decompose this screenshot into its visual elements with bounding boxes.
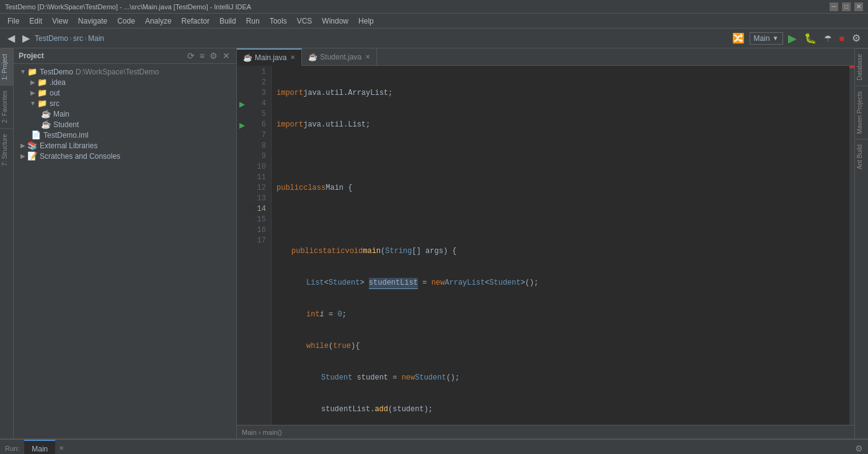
run-configuration[interactable]: Main ▼ (750, 32, 783, 45)
right-tab-maven[interactable]: Maven Projects (855, 86, 868, 139)
gutter-13 (237, 194, 247, 204)
menu-build[interactable]: Build (215, 16, 241, 27)
breadcrumb-sep1: › (69, 34, 72, 43)
tab-main-java-close[interactable]: ✕ (290, 54, 295, 61)
right-tab-ant[interactable]: Ant Build (855, 139, 868, 174)
ln-6: 6 (247, 120, 271, 130)
tree-label-student: Student (53, 120, 79, 129)
line-numbers: 1 2 3 4 5 6 7 8 9 10 11 12 13 14 15 16 1… (247, 66, 272, 425)
tree-arrow-idea: ▶ (29, 79, 37, 86)
right-tab-database[interactable]: Database (855, 48, 868, 86)
tab-main-java-label: Main.java (255, 53, 286, 62)
console-settings-btn[interactable]: ⚙ (850, 443, 868, 453)
tree-item-testdemo[interactable]: ▼ 📁 TestDemo D:\WorkSpace\TestDemo (14, 66, 236, 77)
code-line-9: while(true){ (277, 341, 844, 352)
menu-view[interactable]: View (47, 16, 73, 27)
tab-student-java-close[interactable]: ✕ (365, 53, 370, 60)
libs-icon: 📚 (27, 141, 37, 150)
tree-label-testdemo: TestDemo (40, 68, 73, 76)
close-button[interactable]: ✕ (854, 2, 863, 11)
code-line-5 (277, 215, 844, 225)
forward-button[interactable]: ▶ (20, 31, 32, 45)
panel-settings-btn[interactable]: ⚙ (208, 51, 219, 61)
folder-icon-idea: 📁 (37, 78, 47, 87)
run-gutter-6[interactable]: ▶ (239, 121, 245, 130)
tree-label-scratches: Scratches and Consoles (40, 152, 120, 161)
tree-label-ext-libs: External Libraries (40, 141, 97, 150)
back-button[interactable]: ◀ (5, 31, 17, 45)
breadcrumb-src[interactable]: src (73, 34, 83, 43)
run-gutter-4[interactable]: ▶ (239, 100, 245, 109)
tree-arrow-testdemo: ▼ (19, 68, 27, 75)
bottom-tab-main[interactable]: Main (24, 440, 55, 455)
toolbar: ◀ ▶ TestDemo › src › Main 🔀 Main ▼ ▶ 🐛 ☂… (0, 29, 868, 48)
menu-analyze[interactable]: Analyze (140, 16, 177, 27)
menu-tools[interactable]: Tools (265, 16, 292, 27)
menu-file[interactable]: File (2, 16, 24, 27)
gutter-2 (237, 78, 247, 88)
minimize-button[interactable]: ─ (830, 2, 838, 11)
code-line-6: public static void main(String[] args) { (277, 246, 844, 257)
tree-label-main: Main (53, 110, 69, 118)
stop-button[interactable]: ■ (837, 32, 847, 45)
menu-help[interactable]: Help (353, 16, 379, 27)
tree-arrow-src: ▼ (29, 100, 37, 107)
tree-item-src[interactable]: ▼ 📁 src (14, 98, 236, 109)
tree-item-iml[interactable]: 📄 TestDemo.iml (14, 130, 236, 140)
menu-vcs[interactable]: VCS (292, 16, 317, 27)
tree-item-idea[interactable]: ▶ 📁 .idea (14, 77, 236, 87)
code-line-10: Student student = new Student(); (277, 373, 844, 383)
tree-label-iml: TestDemo.iml (43, 131, 89, 140)
project-panel: Project ⟳ ≡ ⚙ ✕ ▼ 📁 TestDemo D:\WorkSpac… (14, 48, 237, 438)
menu-window[interactable]: Window (317, 16, 353, 27)
iml-icon: 📄 (31, 130, 41, 140)
tree-item-student[interactable]: ☕ Student (14, 119, 236, 130)
menu-run[interactable]: Run (241, 16, 265, 27)
folder-icon-out: 📁 (37, 88, 47, 97)
breadcrumb-project[interactable]: TestDemo (35, 34, 68, 43)
ln-14: 14 (247, 204, 271, 215)
tree-label-out: out (50, 89, 60, 97)
ln-5: 5 (247, 109, 271, 120)
run-button[interactable]: ▶ (786, 30, 799, 47)
ln-12: 12 (247, 183, 271, 194)
ln-8: 8 (247, 141, 271, 151)
panel-close-btn[interactable]: ✕ (221, 51, 231, 61)
code-content[interactable]: import java.util.ArrayList; import java.… (272, 66, 849, 425)
folder-icon-src: 📁 (37, 99, 47, 108)
tree-arrow-scratches: ▶ (19, 153, 27, 159)
bottom-panel: Run: Main ✕ ⚙ ↺ ↑ ■ ↓ ⏸ ≡ 📷 ⊟ ≣ 🗑 445401… (0, 438, 868, 454)
gutter-1 (237, 67, 247, 78)
tree-item-out[interactable]: ▶ 📁 out (14, 87, 236, 98)
panel-collapse-btn[interactable]: ≡ (198, 51, 206, 61)
tab-student-java[interactable]: ☕ Student.java ✕ (302, 48, 377, 66)
left-tab-structure[interactable]: 7: Structure (0, 128, 13, 171)
tree-item-main[interactable]: ☕ Main (14, 109, 236, 119)
tab-main-java[interactable]: ☕ Main.java ✕ (237, 48, 302, 66)
run-config-arrow: ▼ (773, 35, 779, 42)
maximize-button[interactable]: □ (842, 2, 851, 11)
menu-edit[interactable]: Edit (24, 16, 47, 27)
menu-navigate[interactable]: Navigate (73, 16, 112, 27)
menu-code[interactable]: Code (112, 16, 140, 27)
editor-scrollbar[interactable] (849, 66, 854, 425)
toolbar-btn1[interactable]: 🔀 (730, 31, 747, 45)
gutter-12 (237, 183, 247, 194)
tree-item-external-libs[interactable]: ▶ 📚 External Libraries (14, 140, 236, 151)
code-line-7: List<Student> studentList = new ArrayLis… (277, 278, 844, 288)
menu-refactor[interactable]: Refactor (177, 16, 215, 27)
ln-17: 17 (247, 236, 271, 246)
run-with-coverage[interactable]: ☂ (822, 32, 835, 45)
tree-path-testdemo: D:\WorkSpace\TestDemo (76, 68, 159, 76)
right-sidebar: Database Maven Projects Ant Build (854, 48, 868, 438)
code-editor[interactable]: ▶ ▶ 1 2 3 4 5 6 (237, 66, 854, 425)
left-tab-project[interactable]: 1: Project (0, 48, 13, 85)
debug-button[interactable]: 🐛 (802, 31, 819, 45)
ln-15: 15 (247, 215, 271, 225)
left-tab-favorites[interactable]: 2: Favorites (0, 85, 13, 128)
settings-toolbar[interactable]: ⚙ (849, 31, 863, 45)
breadcrumb-main[interactable]: Main (88, 34, 104, 43)
bottom-tab-main-close[interactable]: ✕ (56, 445, 66, 452)
panel-sync-btn[interactable]: ⟳ (186, 51, 196, 61)
tree-item-scratches[interactable]: ▶ 📝 Scratches and Consoles (14, 151, 236, 161)
